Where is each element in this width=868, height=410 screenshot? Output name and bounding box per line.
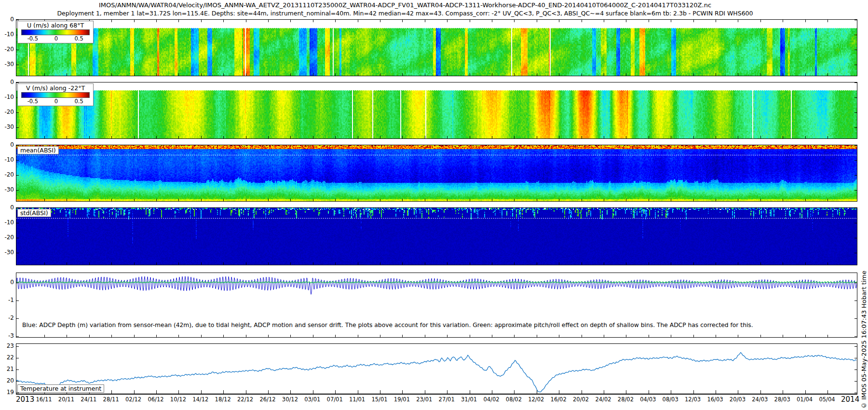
- x-tick-mark: [716, 390, 716, 394]
- x-tick-mark: [604, 73, 604, 76]
- x-tick-label: 31/01: [461, 396, 477, 403]
- x-tick-label: 08/02: [506, 396, 522, 403]
- x-tick-mark: [649, 335, 649, 337]
- y-tick-label: 21: [0, 366, 14, 372]
- x-tick-mark: [335, 136, 336, 138]
- x-tick-mark: [313, 199, 313, 201]
- x-tick-mark: [626, 199, 626, 201]
- x-tick-mark: [358, 335, 358, 337]
- x-tick-mark: [738, 335, 738, 337]
- x-tick-mark: [358, 136, 358, 138]
- x-tick-mark: [313, 73, 313, 76]
- x-tick-mark: [760, 73, 761, 76]
- x-tick-mark: [223, 20, 224, 22]
- x-tick-mark: [827, 390, 828, 394]
- x-tick-mark: [67, 262, 67, 265]
- x-tick-mark: [335, 20, 336, 22]
- y-tick-mark: [854, 50, 857, 50]
- y-tick-mark: [16, 145, 19, 146]
- x-tick-mark: [671, 199, 671, 201]
- x-tick-label: 12/03: [685, 396, 701, 403]
- x-tick-mark: [805, 20, 806, 22]
- x-tick-mark: [358, 262, 358, 265]
- x-tick-mark: [649, 262, 649, 265]
- y-tick-label: -20: [0, 234, 14, 241]
- x-tick-label: 22/12: [237, 396, 253, 403]
- std-absi-label: std(ABSI): [17, 209, 51, 217]
- x-tick-mark: [156, 136, 157, 138]
- x-tick-mark: [447, 262, 448, 265]
- x-tick-mark: [537, 199, 537, 201]
- y-tick-label: 23: [0, 342, 14, 349]
- y-tick-mark: [16, 82, 19, 83]
- x-tick-mark: [671, 73, 671, 76]
- x-tick-mark: [89, 199, 90, 201]
- x-tick-mark: [111, 20, 112, 22]
- x-tick-mark: [67, 73, 67, 76]
- x-tick-mark: [447, 136, 448, 138]
- x-tick-mark: [313, 20, 313, 22]
- y-tick-mark: [854, 358, 857, 358]
- y-tick-mark: [854, 208, 857, 208]
- x-tick-mark: [559, 262, 559, 265]
- x-tick-mark: [134, 335, 135, 337]
- x-tick-label: 28/03: [774, 396, 790, 403]
- u-legend-title: U (m/s) along 68°T: [19, 22, 92, 29]
- x-tick-mark: [827, 199, 828, 201]
- x-tick-mark: [290, 390, 291, 394]
- x-tick-mark: [335, 199, 336, 201]
- y-tick-label: 0: [0, 16, 14, 23]
- x-tick-mark: [313, 390, 313, 394]
- y-tick-mark: [16, 393, 19, 393]
- x-tick-mark: [380, 262, 380, 265]
- x-tick-mark: [246, 199, 246, 201]
- y-tick-label: -30: [0, 123, 14, 130]
- x-tick-mark: [582, 390, 582, 394]
- x-tick-mark: [67, 199, 67, 201]
- x-tick-label: 12/02: [528, 396, 544, 403]
- x-tick-mark: [268, 390, 269, 394]
- x-tick-mark: [111, 335, 112, 337]
- y-tick-label: -20: [0, 46, 14, 53]
- y-tick-mark: [16, 301, 19, 301]
- x-tick-mark: [290, 199, 291, 201]
- x-tick-mark: [783, 390, 783, 394]
- x-tick-label: 19/01: [394, 396, 410, 403]
- x-tick-mark: [358, 199, 358, 201]
- y-tick-mark: [16, 369, 19, 370]
- y-tick-label: -10: [0, 156, 14, 163]
- panel-u-velocity-heatmap: U (m/s) along 68°T -0.5 0 0.5: [16, 19, 857, 76]
- x-tick-mark: [380, 136, 380, 138]
- y-tick-mark: [16, 381, 19, 382]
- panel-std-absi-heatmap: std(ABSI): [16, 207, 857, 265]
- x-tick-mark: [760, 20, 761, 22]
- x-tick-mark: [492, 73, 492, 76]
- y-tick-mark: [854, 82, 857, 83]
- x-tick-mark: [425, 20, 425, 22]
- v-heatmap-canvas: [16, 82, 857, 138]
- x-tick-mark: [805, 335, 806, 337]
- y-tick-mark: [854, 283, 857, 283]
- y-tick-mark: [854, 127, 857, 128]
- y-tick-mark: [854, 381, 857, 382]
- x-tick-mark: [402, 335, 403, 337]
- x-tick-mark: [492, 262, 492, 265]
- x-tick-mark: [604, 335, 604, 337]
- x-tick-label: 28/11: [103, 396, 119, 403]
- x-tick-mark: [178, 390, 179, 394]
- x-tick-mark: [716, 262, 716, 265]
- x-tick-mark: [470, 390, 470, 394]
- x-tick-mark: [604, 199, 604, 201]
- x-tick-mark: [313, 335, 313, 337]
- x-tick-mark: [470, 20, 470, 22]
- adcp-depth-variation-line: [16, 276, 857, 294]
- x-tick-mark: [626, 335, 626, 337]
- plot-figure: IMOS/ANMN/WA/WATR04/Velocity/IMOS_ANMN-W…: [0, 0, 868, 410]
- x-tick-mark: [425, 335, 425, 337]
- x-tick-label: 24/03: [752, 396, 768, 403]
- x-tick-label: 16/11: [36, 396, 52, 403]
- x-tick-label: 24/02: [595, 396, 611, 403]
- x-tick-mark: [425, 390, 425, 394]
- x-tick-mark: [649, 390, 649, 394]
- x-tick-mark: [492, 136, 492, 138]
